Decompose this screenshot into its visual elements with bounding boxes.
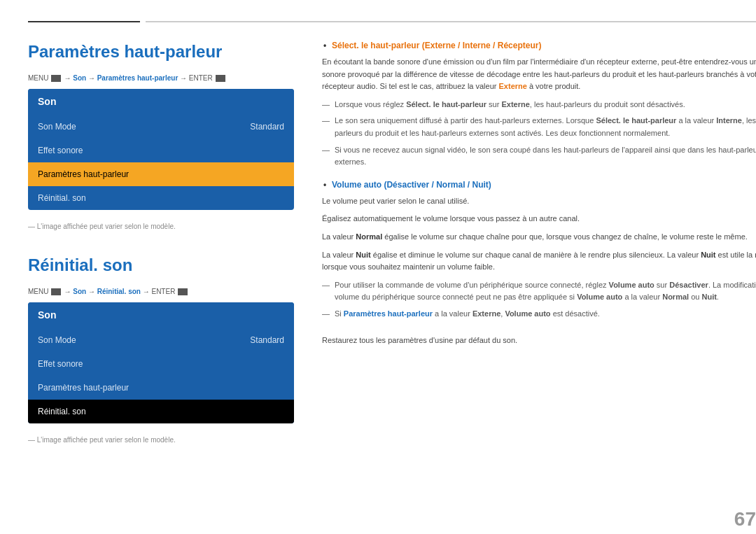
enter-icon-2 [178, 288, 188, 295]
bullet2-paragraph4: La valeur Nuit égalise et diminue le vol… [322, 249, 756, 274]
bullet2-paragraph3: La valeur Normal égalise le volume sur c… [322, 231, 756, 244]
bullet1-dash3: Si vous ne recevez aucun signal vidéo, l… [322, 144, 756, 169]
bullet2-dash2: Si Paramètres haut-parleur a la valeur E… [322, 308, 756, 321]
bullet1-paragraph1: En écoutant la bande sonore d'une émissi… [322, 56, 756, 93]
section2-image-note: L'image affichée peut varier selon le mo… [28, 435, 294, 445]
section-reinitial: Réinitial. son MENU → Son → Réinitial. s… [28, 253, 294, 445]
bullet-section-1: Sélect. le haut-parleur (Externe / Inter… [322, 39, 756, 169]
menu-item-son-mode-1: Son Mode Standard [28, 115, 294, 139]
menu-icon-2 [51, 288, 61, 295]
menu-item-parametres-2: Paramètres haut-parleur [28, 376, 294, 400]
bullet2-paragraph2: Égalisez automatiquement le volume lorsq… [322, 213, 756, 225]
menu-item-son-mode-2: Son Mode Standard [28, 328, 294, 352]
bullet2-title: Volume auto (Désactiver / Normal / Nuit) [322, 178, 756, 191]
bullet2-paragraph1: Le volume peut varier selon le canal uti… [322, 195, 756, 208]
menu-item-effet-sonore-2: Effet sonore [28, 352, 294, 376]
section2-menu-path: MENU → Son → Réinitial. son → ENTER [28, 286, 294, 297]
bullet1-dash1: Lorsque vous réglez Sélect. le haut-parl… [322, 99, 756, 111]
menu-item-effet-sonore-1: Effet sonore [28, 139, 294, 162]
section1-menu-box: Son Son Mode Standard Effet sonore Param… [28, 89, 294, 210]
menu-item-parametres-active[interactable]: Paramètres haut-parleur [28, 162, 294, 186]
section2-menu-box: Son Son Mode Standard Effet sonore Param… [28, 302, 294, 423]
menu-icon [51, 75, 61, 82]
page-number: 67 [734, 505, 756, 534]
section-parametres: Paramètres haut-parleur MENU → Son → Par… [28, 39, 294, 232]
enter-icon [216, 75, 225, 82]
section2-title: Réinitial. son [28, 253, 294, 278]
menu-item-reinitial-1: Réinitial. son [28, 186, 294, 210]
right-column: Sélect. le haut-parleur (Externe / Inter… [322, 39, 756, 466]
section1-image-note: L'image affichée peut varier selon le mo… [28, 221, 294, 232]
section1-menu-path: MENU → Son → Paramètres haut-parleur → E… [28, 73, 294, 83]
section2-menu-header: Son [28, 302, 294, 328]
bullet2-dash1: Pour utiliser la commande de volume d'un… [322, 279, 756, 304]
bullet-section-2: Volume auto (Désactiver / Normal / Nuit)… [322, 178, 756, 321]
bullet1-dash2: Le son sera uniquement diffusé à partir … [322, 115, 756, 139]
section1-menu-header: Son [28, 89, 294, 115]
section2-description: Restaurez tous les paramètres d'usine pa… [322, 335, 756, 347]
section1-title: Paramètres haut-parleur [28, 39, 294, 64]
bullet1-title: Sélect. le haut-parleur (Externe / Inter… [322, 39, 756, 52]
menu-item-reinitial-active[interactable]: Réinitial. son [28, 400, 294, 423]
left-column: Paramètres haut-parleur MENU → Son → Par… [28, 39, 294, 466]
